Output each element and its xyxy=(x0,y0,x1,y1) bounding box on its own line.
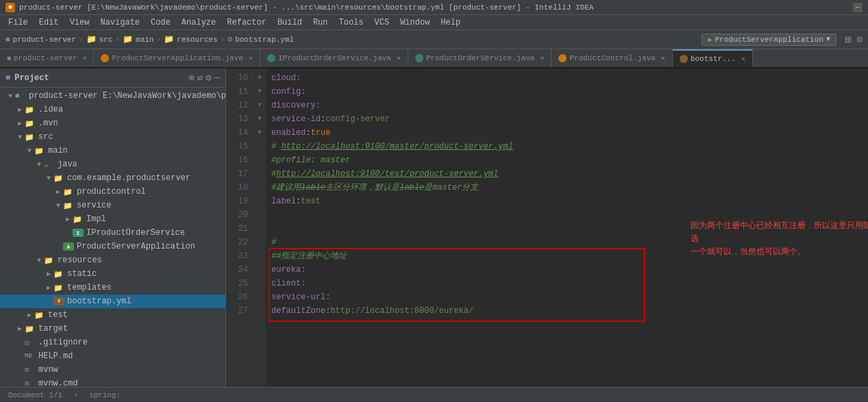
editor-content[interactable]: 10 11 12 13 14 15 16 17 18 19 20 21 22 2… xyxy=(226,68,868,387)
tree-item-package[interactable]: ▼ 📁 com.example.productserver xyxy=(0,171,225,185)
nav-resources-icon: 📁 xyxy=(164,34,174,45)
tab-close-ipos[interactable]: ✕ xyxy=(397,54,401,62)
tree-item-bootstrap-yml[interactable]: Y bootstrap.yml xyxy=(0,294,225,308)
tree-label-bootstrap: bootstrap.yml xyxy=(67,297,132,306)
menu-view[interactable]: View xyxy=(64,16,95,29)
tree-icon-service: 📁 xyxy=(63,201,74,210)
status-context: spring: xyxy=(89,391,121,399)
tab-close-pos[interactable]: ✕ xyxy=(540,54,544,62)
tree-arrow-test: ▶ xyxy=(25,311,34,319)
menu-help[interactable]: Help xyxy=(435,16,466,29)
tree-label-mvnw: mvnw xyxy=(38,365,58,375)
tree-label-java: java xyxy=(58,160,77,169)
sidebar-collapse-icon[interactable]: — xyxy=(214,72,220,84)
nav-src[interactable]: src xyxy=(99,36,113,44)
sidebar-sync-icon[interactable]: ⇄ xyxy=(197,72,203,84)
tab-ipos[interactable]: IProductOrderService.java ✕ xyxy=(260,49,408,67)
code-line-24: eureka: xyxy=(271,263,863,277)
tree-item-static[interactable]: ▶ 📁 static xyxy=(0,267,225,281)
nav-resources[interactable]: resources xyxy=(177,36,217,44)
breadcrumb-bar: ■ product-server › 📁 src › 📁 main › 📁 re… xyxy=(0,30,868,49)
tree-item-mvnwcmd[interactable]: m mvnw.cmd xyxy=(0,377,225,387)
tab-interface-icon xyxy=(267,54,275,62)
nav-icon-1[interactable]: ⊞ xyxy=(845,33,852,47)
nav-icon-2[interactable]: ⚙ xyxy=(857,34,863,45)
code-line-13: service-id: config-server xyxy=(271,112,863,126)
tab-close-bootstrap[interactable]: ✕ xyxy=(741,55,745,63)
code-line-26: service-url: xyxy=(271,290,863,304)
tab-close-project[interactable]: ✕ xyxy=(82,54,86,62)
tree-item-helpmd[interactable]: MD HELP.md xyxy=(0,349,225,363)
run-config[interactable]: ▶ ProductServerApplication ▼ xyxy=(702,34,836,46)
gutter-19: ▼ xyxy=(253,99,266,112)
tree-label-service: service xyxy=(77,201,111,210)
tree-item-test[interactable]: ▶ 📁 test xyxy=(0,308,225,322)
tree-item-resources[interactable]: ▼ 📁 resources xyxy=(0,253,225,267)
menu-run[interactable]: Run xyxy=(308,16,334,29)
tab-psa[interactable]: ProductServerApplication.java ✕ xyxy=(94,49,260,67)
tree-icon-test: 📁 xyxy=(34,311,45,320)
nav-file[interactable]: bootstrap.yml xyxy=(235,36,294,44)
tab-product-server[interactable]: ■ product-server ✕ xyxy=(0,49,94,67)
tree-arrow-main: ▼ xyxy=(25,147,34,155)
menu-analyze[interactable]: Analyze xyxy=(176,16,221,29)
code-line-27: defaultZone: http://localhost:8000/eurek… xyxy=(271,304,863,318)
menu-navigate[interactable]: Navigate xyxy=(95,16,145,29)
tree-label-idea: .idea xyxy=(38,105,63,114)
tree-item-java[interactable]: ▼ ☕ java xyxy=(0,158,225,171)
sidebar-tree: ▼ ■ product-server E:\NewJavaWork\javade… xyxy=(0,88,225,387)
tree-icon-resources: 📁 xyxy=(44,256,55,265)
gutter-25: ▼ xyxy=(253,112,266,126)
tree-arrow-impl: ▶ xyxy=(63,215,73,223)
tree-item-target[interactable]: ▶ 📁 target xyxy=(0,322,225,336)
tree-item-mvn[interactable]: ▶ 📁 .mvn xyxy=(0,116,225,130)
tree-label-helpmd: HELP.md xyxy=(38,351,73,361)
tree-item-impl[interactable]: ▶ 📁 Impl xyxy=(0,212,225,226)
tree-label-mvn: .mvn xyxy=(38,118,58,128)
menu-window[interactable]: Window xyxy=(395,16,435,29)
tree-arrow-idea: ▶ xyxy=(15,105,25,114)
menu-code[interactable]: Code xyxy=(145,16,176,29)
sidebar-add-icon[interactable]: ⊕ xyxy=(188,72,194,84)
tree-label-static: static xyxy=(67,269,97,279)
code-area[interactable]: cloud: config: discovery: service-id: co… xyxy=(266,68,868,387)
tree-arrow-mvn: ▶ xyxy=(15,119,25,127)
tab-label-project: product-server xyxy=(14,54,77,62)
tab-pos[interactable]: ProductOrderService.java ✕ xyxy=(408,49,551,67)
menu-vcs[interactable]: VCS xyxy=(369,16,395,29)
tree-icon-package: 📁 xyxy=(53,174,64,183)
tree-item-ipos[interactable]: I IProductOrderService xyxy=(0,226,225,240)
sidebar-toolbar: ⊕ ⇄ ⚙ — xyxy=(188,72,220,84)
tree-item-main[interactable]: ▼ 📁 main xyxy=(0,144,225,158)
tree-item-psa[interactable]: A ProductServerApplication xyxy=(0,240,225,253)
tree-item-idea[interactable]: ▶ 📁 .idea xyxy=(0,103,225,116)
code-line-17: #http://localhost:9100/test/product-serv… xyxy=(271,167,863,181)
tab-close-pc[interactable]: ✕ xyxy=(661,54,665,62)
menu-edit[interactable]: Edit xyxy=(34,16,64,29)
nav-project[interactable]: product-server xyxy=(13,36,76,44)
sidebar-header: ■ Project ⊕ ⇄ ⚙ — xyxy=(0,68,225,88)
tab-label-psa: ProductServerApplication.java xyxy=(112,54,243,62)
tab-bootstrap[interactable]: bootstr... ✕ xyxy=(673,49,753,67)
line-numbers: 10 11 12 13 14 15 16 17 18 19 20 21 22 2… xyxy=(226,68,253,387)
tab-close-psa[interactable]: ✕ xyxy=(249,54,253,62)
tree-item-gitignore[interactable]: ⊡ .gitignore xyxy=(0,336,225,349)
tree-arrow-productcontrol: ▶ xyxy=(53,188,63,196)
nav-main[interactable]: main xyxy=(136,36,153,44)
tree-item-root[interactable]: ▼ ■ product-server E:\NewJavaWork\javade… xyxy=(0,89,225,103)
menu-build[interactable]: Build xyxy=(272,16,308,29)
tree-icon-main: 📁 xyxy=(34,147,45,155)
menu-refactor[interactable]: Refactor xyxy=(221,16,272,29)
tab-project-icon: ■ xyxy=(7,55,11,62)
minimize-button[interactable]: — xyxy=(853,3,863,12)
tree-item-templates[interactable]: ▶ 📁 templates xyxy=(0,281,225,294)
tree-item-service[interactable]: ▼ 📁 service xyxy=(0,199,225,212)
menu-file[interactable]: File xyxy=(3,16,34,29)
tree-item-mvnw[interactable]: m mvnw xyxy=(0,363,225,377)
code-line-16: #profile: master xyxy=(271,153,863,167)
sidebar-settings-icon[interactable]: ⚙ xyxy=(206,72,211,84)
tree-item-src[interactable]: ▼ 📁 src xyxy=(0,130,225,144)
menu-tools[interactable]: Tools xyxy=(334,16,369,29)
tab-pc[interactable]: ProductControl.java ✕ xyxy=(551,49,672,67)
tree-item-productcontrol[interactable]: ▶ 📁 productcontrol xyxy=(0,185,225,199)
